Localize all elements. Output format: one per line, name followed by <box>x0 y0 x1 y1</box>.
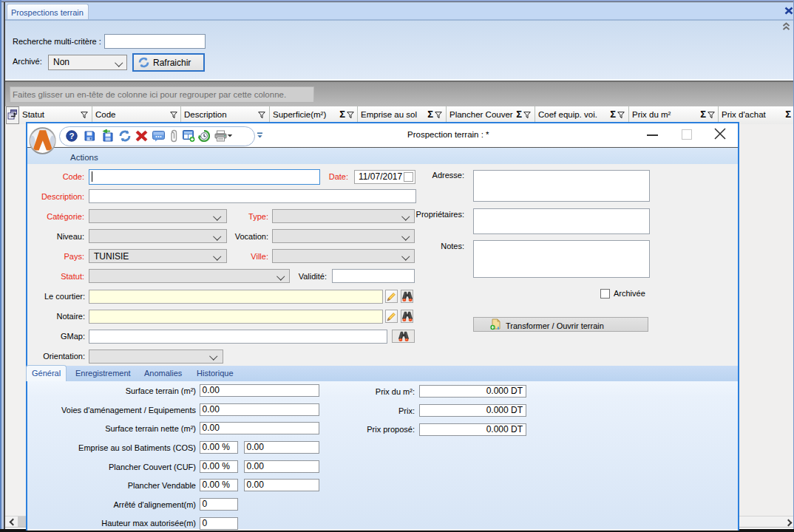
svg-text:?: ? <box>69 132 74 140</box>
